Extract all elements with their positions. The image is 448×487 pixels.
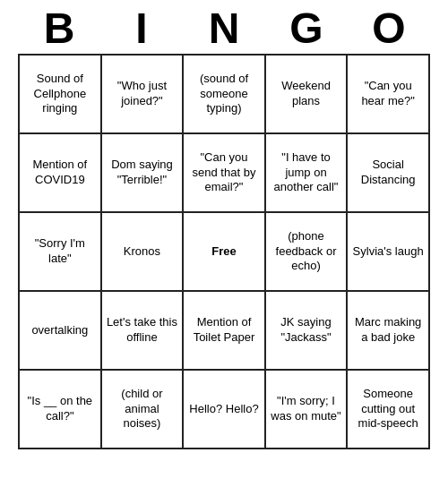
bingo-grid: Sound of Cellphone ringing"Who just join…: [18, 54, 430, 449]
grid-cell-3-4: Marc making a bad joke: [347, 291, 429, 370]
grid-cell-1-1: Dom saying "Terrible!": [101, 133, 184, 212]
grid-cell-4-3: "I'm sorry; I was on mute": [265, 370, 348, 449]
bingo-letter-b: B: [23, 7, 95, 50]
grid-cell-0-2: (sound of someone typing): [183, 55, 265, 133]
grid-cell-3-0: overtalking: [19, 291, 101, 370]
grid-cell-1-4: Social Distancing: [347, 133, 429, 212]
grid-row-4: "Is __ on the call?"(child or animal noi…: [19, 370, 429, 449]
grid-cell-3-1: Let's take this offline: [101, 291, 184, 370]
bingo-title: BINGO: [18, 0, 430, 54]
grid-cell-4-1: (child or animal noises): [101, 370, 184, 449]
grid-cell-0-3: Weekend plans: [265, 55, 348, 133]
grid-cell-4-2: Hello? Hello?: [183, 370, 265, 449]
grid-cell-0-0: Sound of Cellphone ringing: [19, 55, 101, 133]
bingo-letter-o: O: [353, 7, 425, 50]
grid-cell-0-4: "Can you hear me?": [347, 55, 429, 133]
grid-row-2: "Sorry I'm late"KronosFree(phone feedbac…: [19, 212, 429, 291]
grid-cell-4-4: Someone cutting out mid-speech: [347, 370, 429, 449]
bingo-letter-i: I: [106, 7, 177, 50]
grid-cell-1-2: "Can you send that by email?": [183, 133, 265, 212]
grid-cell-1-0: Mention of COVID19: [19, 133, 101, 212]
grid-cell-3-3: JK saying "Jackass": [265, 291, 348, 370]
grid-cell-3-2: Mention of Toilet Paper: [183, 291, 265, 370]
bingo-letter-g: G: [271, 7, 342, 50]
bingo-letter-n: N: [188, 7, 260, 50]
grid-cell-4-0: "Is __ on the call?": [19, 370, 101, 449]
grid-cell-2-1: Kronos: [101, 212, 184, 291]
grid-cell-2-2: Free: [183, 212, 265, 291]
grid-cell-0-1: "Who just joined?": [101, 55, 184, 133]
grid-cell-2-4: Sylvia's laugh: [347, 212, 429, 291]
grid-cell-1-3: "I have to jump on another call": [265, 133, 348, 212]
grid-row-1: Mention of COVID19Dom saying "Terrible!"…: [19, 133, 429, 212]
grid-cell-2-0: "Sorry I'm late": [19, 212, 101, 291]
grid-row-0: Sound of Cellphone ringing"Who just join…: [19, 55, 429, 133]
grid-cell-2-3: (phone feedback or echo): [265, 212, 348, 291]
grid-row-3: overtalkingLet's take this offlineMentio…: [19, 291, 429, 370]
